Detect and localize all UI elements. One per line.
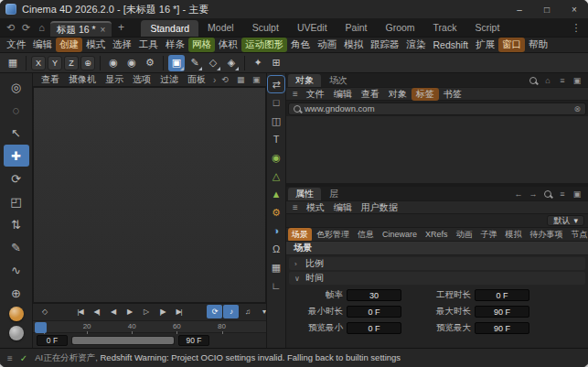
spline-pen-button[interactable]: ✎ bbox=[187, 55, 203, 71]
filter-icon[interactable]: ≡ bbox=[557, 188, 568, 200]
category-tab[interactable]: 动画 bbox=[453, 228, 476, 242]
menu-item[interactable]: Redshift bbox=[430, 38, 473, 51]
playhead[interactable] bbox=[35, 322, 47, 333]
layout-tab[interactable]: Sculpt bbox=[243, 18, 288, 37]
menu-item[interactable]: 网格 bbox=[188, 38, 215, 52]
panel-menu-item[interactable]: 标签 bbox=[412, 88, 439, 101]
y-axis-lock-button[interactable]: Y bbox=[48, 56, 62, 70]
spline-tool-icon[interactable]: ∿ bbox=[4, 259, 29, 281]
menu-item[interactable]: 帮助 bbox=[525, 38, 551, 52]
toolbar-separator[interactable] bbox=[163, 56, 164, 70]
category-tab[interactable]: 模拟 bbox=[502, 228, 526, 242]
preset-dropdown[interactable]: 默认 ▾ bbox=[547, 215, 584, 226]
menu-item[interactable]: 体积 bbox=[215, 38, 241, 52]
menu-item[interactable]: 扩展 bbox=[472, 38, 498, 52]
menu-item[interactable]: 跟踪器 bbox=[367, 38, 403, 52]
search-icon[interactable] bbox=[542, 188, 553, 200]
viewport-menu-item[interactable]: 摄像机 bbox=[64, 73, 101, 86]
menu-item[interactable]: 样条 bbox=[162, 38, 188, 52]
menu-item[interactable]: 编辑 bbox=[29, 38, 56, 52]
viewport-menu-item[interactable]: 显示 bbox=[101, 73, 128, 86]
field-input[interactable]: 90 F bbox=[475, 322, 529, 334]
redo-icon[interactable]: ⟳ bbox=[19, 22, 33, 34]
panel-menu-icon[interactable]: ≡ bbox=[289, 89, 302, 99]
panel-tab[interactable]: 层 bbox=[322, 188, 346, 200]
panel-tab[interactable]: 场次 bbox=[322, 74, 355, 87]
loop-toggle-button[interactable]: ⟳ bbox=[207, 305, 222, 318]
field-input[interactable]: 30 bbox=[347, 289, 401, 301]
menu-item[interactable]: 选择 bbox=[109, 38, 135, 52]
snap-toggle-icon[interactable]: Ω bbox=[268, 241, 284, 257]
document-tab[interactable]: 标题 16 * × bbox=[50, 21, 112, 37]
viewport-menu-item[interactable]: 选项 bbox=[128, 73, 155, 86]
tab-overflow-menu-icon[interactable]: ⋮ bbox=[568, 22, 584, 34]
goto-end-icon[interactable]: ▶| bbox=[171, 305, 187, 318]
history-back-icon[interactable]: ← bbox=[513, 188, 524, 200]
layout-tab[interactable]: Track bbox=[424, 18, 466, 37]
axis-mode-icon[interactable]: ⚙ bbox=[268, 204, 284, 221]
viewport-menu-item[interactable]: 过滤 bbox=[155, 73, 183, 86]
live-selection-icon[interactable]: ◌ bbox=[4, 99, 29, 121]
menu-item[interactable]: 工具 bbox=[135, 38, 162, 52]
history-forward-icon[interactable]: → bbox=[528, 188, 539, 200]
zoom-tool-icon[interactable]: ◎ bbox=[4, 76, 29, 98]
panel-menu-item[interactable]: 用户数据 bbox=[357, 201, 402, 214]
group-time[interactable]: ∨ 时间 bbox=[289, 272, 585, 285]
panel-menu-item[interactable]: 书签 bbox=[439, 88, 466, 101]
menu-item[interactable]: 运动图形 bbox=[241, 38, 287, 52]
minimize-button[interactable]: – bbox=[506, 0, 533, 18]
object-list[interactable] bbox=[286, 116, 588, 183]
menu-item[interactable]: 角色 bbox=[287, 38, 314, 52]
z-axis-lock-button[interactable]: Z bbox=[64, 56, 79, 70]
coordinate-system-button[interactable]: ⊕ bbox=[80, 56, 95, 70]
pen-tool-icon[interactable]: ✎ bbox=[4, 236, 29, 258]
float-panel-icon[interactable]: ▣ bbox=[572, 74, 583, 86]
range-start-input[interactable]: 0 F bbox=[37, 335, 68, 346]
prev-frame-icon[interactable]: ◀ bbox=[105, 305, 121, 318]
model-mode-icon[interactable]: □ bbox=[268, 94, 284, 111]
volume-button[interactable]: ♫ bbox=[240, 305, 255, 318]
material-sphere-1[interactable] bbox=[9, 307, 24, 321]
panel-tab[interactable]: 属性 bbox=[288, 188, 321, 200]
object-mode-icon[interactable]: ◫ bbox=[268, 113, 284, 129]
convert-to-editable-icon[interactable]: ⇄ bbox=[268, 76, 284, 92]
simulation-button[interactable]: ⊞ bbox=[268, 55, 284, 71]
layout-grid-icon[interactable]: ▦ bbox=[5, 55, 21, 71]
viewport-menu-item[interactable]: 查看 bbox=[37, 73, 64, 86]
panel-tab[interactable]: 对象 bbox=[288, 74, 321, 87]
axis-center-icon[interactable]: ⊕ bbox=[4, 282, 29, 304]
x-axis-lock-button[interactable]: X bbox=[31, 56, 46, 70]
category-tab[interactable]: 色彩管理 bbox=[313, 228, 353, 242]
undo-icon[interactable]: ⟲ bbox=[4, 22, 17, 34]
record-key-icon[interactable]: ◇ bbox=[37, 305, 52, 318]
rotate-tool-icon[interactable]: ⟳ bbox=[4, 167, 29, 189]
panel-menu-item[interactable]: 对象 bbox=[384, 88, 412, 101]
point-mode-icon[interactable]: ◉ bbox=[268, 149, 284, 166]
panel-menu-item[interactable]: 编辑 bbox=[329, 88, 357, 101]
texture-mode-icon[interactable]: T bbox=[268, 131, 284, 147]
render-settings-button[interactable]: ⚙ bbox=[142, 55, 158, 71]
timeline-ruler[interactable]: 020406080 bbox=[33, 320, 266, 334]
goto-start-icon[interactable]: |◀ bbox=[72, 305, 88, 318]
move-tool-icon[interactable]: ✚ bbox=[4, 145, 29, 167]
group-scale[interactable]: › 比例 bbox=[289, 257, 585, 270]
panel-menu-item[interactable]: 编辑 bbox=[329, 201, 357, 214]
menu-item[interactable]: 动画 bbox=[314, 38, 340, 52]
range-bar-handle[interactable] bbox=[72, 337, 174, 344]
primitive-cube-button[interactable]: ▣ bbox=[168, 55, 185, 71]
clear-search-icon[interactable]: ⊗ bbox=[573, 104, 581, 113]
close-tab-icon[interactable]: × bbox=[101, 25, 106, 35]
solo-mode-icon[interactable]: ◑ bbox=[268, 222, 284, 239]
play-button[interactable]: ▶ bbox=[122, 305, 137, 318]
render-view-button[interactable]: ◉ bbox=[105, 55, 122, 71]
deformers-button[interactable]: ◈ bbox=[223, 55, 240, 71]
prev-key-icon[interactable]: ◀| bbox=[89, 305, 104, 318]
panel-menu-item[interactable]: 模式 bbox=[302, 201, 329, 214]
float-panel-icon[interactable]: ▣ bbox=[572, 188, 583, 200]
scale-tool-icon[interactable]: ◰ bbox=[4, 190, 29, 212]
panel-menu-item[interactable]: 文件 bbox=[302, 88, 329, 101]
next-key-icon[interactable]: |▶ bbox=[155, 305, 170, 318]
home-icon[interactable]: ⌂ bbox=[35, 22, 48, 33]
filter-icon[interactable]: ≡ bbox=[557, 74, 568, 86]
add-tab-button[interactable]: + bbox=[113, 21, 128, 34]
